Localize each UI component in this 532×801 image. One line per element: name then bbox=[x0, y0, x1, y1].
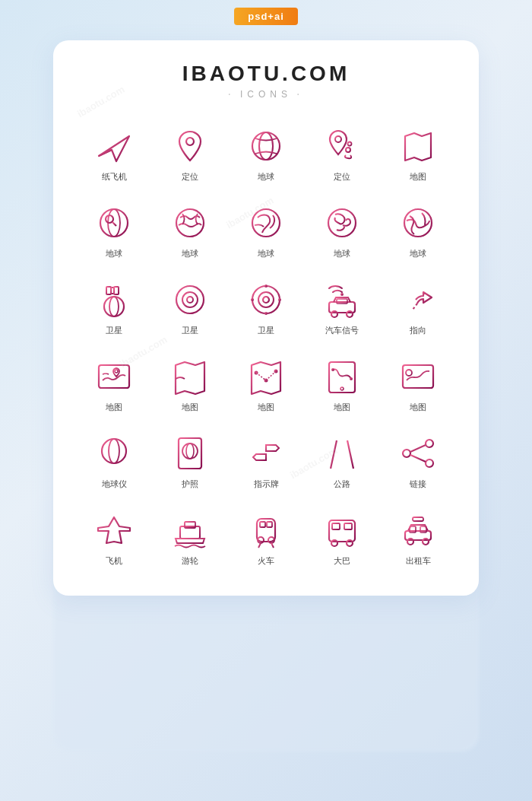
icon-label-satellite3: 卫星 bbox=[258, 325, 274, 336]
icon-item-satellite2: 卫星 bbox=[152, 273, 228, 342]
svg-point-31 bbox=[182, 292, 198, 307]
icon-label-paper-plane: 纸飞机 bbox=[102, 171, 127, 183]
svg-rect-26 bbox=[114, 287, 119, 294]
icon-label-globe3: 地球 bbox=[258, 248, 274, 259]
icon-label-signpost: 指示牌 bbox=[254, 478, 279, 490]
icon-label-map4: 地图 bbox=[334, 402, 350, 413]
svg-point-100 bbox=[426, 459, 433, 467]
svg-point-73 bbox=[331, 368, 334, 371]
icon-label-map3: 地图 bbox=[258, 402, 274, 413]
icon-grid: 纸飞机 定位 bbox=[76, 119, 456, 573]
icon-item-map2: 地图 bbox=[152, 350, 228, 419]
icon-item-location-pin: 定位 bbox=[152, 119, 228, 189]
icon-label-road: 公路 bbox=[334, 478, 350, 490]
svg-marker-9 bbox=[405, 133, 431, 161]
icon-label-map-fold: 地图 bbox=[410, 171, 426, 183]
icon-item-globe3: 地球 bbox=[228, 196, 304, 265]
main-card: ibaotu.com ibaotu.com ibaotu.com ibaotu.… bbox=[53, 40, 479, 596]
svg-rect-121 bbox=[332, 523, 340, 529]
icon-label-bus: 大巴 bbox=[334, 555, 350, 567]
icon-item-link: 链接 bbox=[380, 427, 456, 496]
icon-label-globe-search: 地球 bbox=[106, 248, 122, 259]
svg-line-102 bbox=[410, 455, 426, 462]
svg-point-18 bbox=[252, 209, 280, 237]
svg-rect-86 bbox=[179, 438, 201, 469]
svg-point-8 bbox=[348, 142, 352, 146]
svg-rect-122 bbox=[344, 523, 352, 529]
svg-point-32 bbox=[187, 297, 193, 303]
icon-label-link: 链接 bbox=[410, 478, 426, 490]
icon-item-map-screen: 地图 bbox=[76, 350, 152, 419]
icon-item-passport: 护照 bbox=[152, 427, 228, 496]
icon-label-airplane: 飞机 bbox=[106, 555, 122, 567]
icon-item-road: 公路 bbox=[304, 427, 380, 496]
top-badge: psd+ai bbox=[234, 8, 298, 25]
card-title: IBAOTU.COM bbox=[76, 62, 456, 86]
icon-label-passport: 护照 bbox=[182, 478, 198, 490]
svg-marker-0 bbox=[99, 136, 129, 161]
svg-marker-62 bbox=[252, 362, 280, 394]
svg-point-39 bbox=[263, 297, 269, 303]
svg-point-98 bbox=[403, 450, 410, 457]
svg-line-93 bbox=[331, 440, 337, 469]
svg-point-17 bbox=[176, 209, 204, 237]
svg-point-43 bbox=[278, 298, 281, 301]
svg-point-38 bbox=[258, 292, 274, 307]
svg-rect-113 bbox=[267, 522, 272, 527]
svg-point-78 bbox=[406, 370, 412, 376]
icon-item-globe2: 地球 bbox=[152, 196, 228, 265]
icon-item-globe-search: 地球 bbox=[76, 196, 152, 265]
icon-label-globe4: 地球 bbox=[334, 248, 350, 259]
icon-label-direction: 指向 bbox=[410, 325, 426, 336]
icon-label-satellite2: 卫星 bbox=[182, 325, 198, 336]
icon-label-train: 火车 bbox=[258, 555, 274, 567]
icon-item-car-signal: 汽车信号 bbox=[304, 273, 380, 342]
icon-item-cruise: 游轮 bbox=[152, 504, 228, 573]
icon-item-airplane: 飞机 bbox=[76, 504, 152, 573]
icon-item-paper-plane: 纸飞机 bbox=[76, 119, 152, 189]
icon-item-satellite3: 卫星 bbox=[228, 273, 304, 342]
icon-label-globe-grid: 地球 bbox=[258, 171, 274, 183]
svg-point-41 bbox=[264, 312, 268, 315]
icon-label-satellite: 卫星 bbox=[106, 325, 122, 336]
icon-item-map5: 地图 bbox=[380, 350, 456, 419]
svg-point-2 bbox=[186, 138, 194, 145]
icon-label-taxi: 出租车 bbox=[406, 555, 431, 567]
icon-label-globe2: 地球 bbox=[182, 248, 198, 259]
svg-line-94 bbox=[347, 440, 353, 469]
svg-point-58 bbox=[115, 370, 118, 373]
icon-label-globe-stand: 地球仪 bbox=[102, 478, 127, 490]
svg-point-6 bbox=[335, 136, 341, 142]
icon-item-globe4: 地球 bbox=[304, 196, 380, 265]
svg-point-19 bbox=[328, 209, 356, 237]
icon-item-globe-stand: 地球仪 bbox=[76, 427, 152, 496]
svg-rect-70 bbox=[329, 362, 355, 393]
icon-item-train: 火车 bbox=[228, 504, 304, 573]
icon-item-direction: 指向 bbox=[380, 273, 456, 342]
icon-label-map5: 地图 bbox=[410, 402, 426, 413]
icon-label-location-pin: 定位 bbox=[182, 171, 198, 183]
card-subtitle: ICONS bbox=[76, 87, 456, 101]
icon-item-taxi: 出租车 bbox=[380, 504, 456, 573]
icon-label-car-signal: 汽车信号 bbox=[325, 325, 359, 336]
svg-line-54 bbox=[413, 304, 417, 310]
svg-point-99 bbox=[426, 440, 433, 447]
icon-item-map3: 地图 bbox=[228, 350, 304, 419]
icon-item-globe-grid: 地球 bbox=[228, 119, 304, 189]
svg-point-74 bbox=[350, 377, 353, 380]
icon-label-map-screen: 地图 bbox=[106, 402, 122, 413]
svg-rect-112 bbox=[260, 522, 265, 527]
svg-point-72 bbox=[340, 387, 344, 390]
icon-item-location-dots: 定位 bbox=[304, 119, 380, 189]
card-header: IBAOTU.COM ICONS bbox=[76, 62, 456, 101]
icon-label-location-dots: 定位 bbox=[334, 171, 350, 183]
icon-item-signpost: 指示牌 bbox=[228, 427, 304, 496]
svg-marker-59 bbox=[176, 362, 204, 394]
svg-point-42 bbox=[251, 298, 254, 301]
svg-line-101 bbox=[410, 445, 426, 452]
svg-rect-130 bbox=[413, 517, 423, 521]
icon-item-bus: 大巴 bbox=[304, 504, 380, 573]
icon-label-cruise: 游轮 bbox=[182, 555, 198, 567]
svg-point-7 bbox=[346, 148, 350, 152]
icon-item-map4: 地图 bbox=[304, 350, 380, 419]
